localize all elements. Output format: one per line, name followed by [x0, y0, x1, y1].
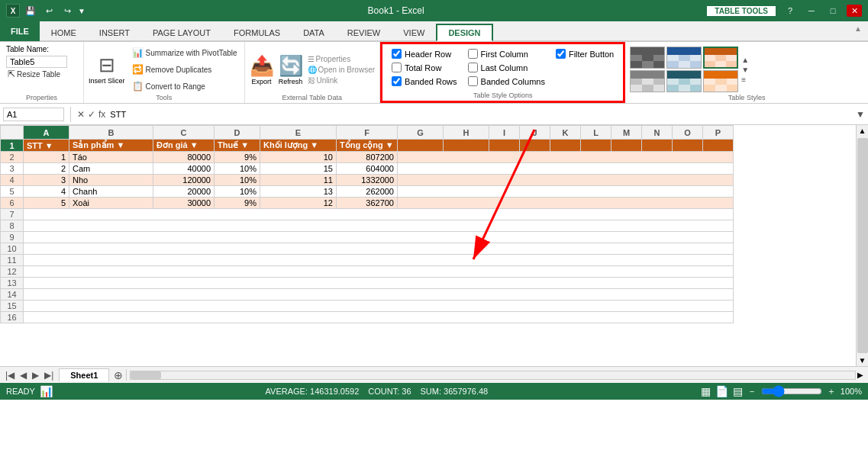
- help-button[interactable]: ?: [782, 5, 798, 17]
- page-break-preview-button[interactable]: ▤: [733, 385, 743, 397]
- sheet-tab-sheet1[interactable]: Sheet1: [59, 368, 109, 381]
- col-header-N[interactable]: N: [642, 126, 673, 140]
- tab-design[interactable]: DESIGN: [436, 24, 492, 41]
- style-swatch-orange2[interactable]: [703, 70, 738, 92]
- cell-C3[interactable]: 40000: [153, 163, 215, 175]
- cell-D3[interactable]: 10%: [215, 163, 260, 175]
- scroll-thumb[interactable]: [857, 138, 868, 353]
- cell-B4[interactable]: Nho: [69, 175, 153, 186]
- cell-G5-onward[interactable]: [398, 186, 734, 198]
- cell-E1[interactable]: Khối lượng ▼: [260, 140, 337, 152]
- cell-D1[interactable]: Thuế ▼: [215, 140, 260, 152]
- cell-C2[interactable]: 80000: [153, 152, 215, 163]
- tab-view[interactable]: VIEW: [392, 24, 436, 40]
- cell-A5[interactable]: 4: [24, 186, 69, 198]
- vertical-scrollbar[interactable]: ▲ ▼: [856, 125, 868, 366]
- redo-button[interactable]: ↪: [60, 5, 75, 17]
- styles-scroll-up[interactable]: ▲: [741, 56, 749, 64]
- formula-fx-button[interactable]: fx: [98, 109, 105, 120]
- tab-file[interactable]: FILE: [0, 21, 40, 41]
- page-layout-view-button[interactable]: 📄: [715, 385, 728, 397]
- formula-confirm-button[interactable]: ✓: [88, 109, 95, 120]
- cell-L1[interactable]: [581, 140, 611, 152]
- cell-A4[interactable]: 3: [24, 175, 69, 186]
- cell-C4[interactable]: 120000: [153, 175, 215, 186]
- total-row-checkbox[interactable]: [392, 63, 402, 72]
- cell-G4-onward[interactable]: [398, 175, 734, 186]
- cell-G1[interactable]: [398, 140, 444, 152]
- col-header-L[interactable]: L: [581, 126, 611, 140]
- col-header-K[interactable]: K: [550, 126, 581, 140]
- cell-H1[interactable]: [444, 140, 489, 152]
- minimize-button[interactable]: ─: [804, 5, 819, 17]
- status-icon1[interactable]: 📊: [40, 385, 53, 397]
- header-row-checkbox[interactable]: [392, 49, 402, 59]
- sheet-scroll-prev[interactable]: ◀: [18, 370, 29, 381]
- cell-A3[interactable]: 2: [24, 163, 69, 175]
- col-header-I[interactable]: I: [489, 126, 520, 140]
- cell-N1[interactable]: [642, 140, 673, 152]
- summarize-pivottable-button[interactable]: 📊 Summarize with PivotTable: [130, 46, 240, 59]
- horizontal-scroll-thumb[interactable]: [131, 371, 161, 379]
- col-header-C[interactable]: C: [153, 126, 215, 140]
- col-header-H[interactable]: H: [444, 126, 489, 140]
- cell-B6[interactable]: Xoài: [69, 198, 153, 209]
- resize-table-button[interactable]: ⇱ Resize Table: [6, 68, 77, 80]
- cell-C5[interactable]: 20000: [153, 186, 215, 198]
- cell-O1[interactable]: [673, 140, 703, 152]
- cell-D2[interactable]: 9%: [215, 152, 260, 163]
- col-header-J[interactable]: J: [520, 126, 550, 140]
- cell-P1[interactable]: [703, 140, 734, 152]
- tab-insert[interactable]: INSERT: [88, 24, 141, 40]
- first-column-checkbox[interactable]: [468, 49, 478, 59]
- cell-D5[interactable]: 10%: [215, 186, 260, 198]
- col-header-B[interactable]: B: [69, 126, 153, 140]
- cell-E5[interactable]: 13: [260, 186, 337, 198]
- zoom-out-button[interactable]: －: [747, 385, 757, 398]
- cell-C1[interactable]: Đơn giá ▼: [153, 140, 215, 152]
- add-sheet-button[interactable]: ⊕: [111, 369, 126, 381]
- col-header-F[interactable]: F: [337, 126, 398, 140]
- cell-E3[interactable]: 15: [260, 163, 337, 175]
- cell-G3-onward[interactable]: [398, 163, 734, 175]
- filter-button-checkbox[interactable]: [556, 49, 566, 59]
- col-header-D[interactable]: D: [215, 126, 260, 140]
- cell-K1[interactable]: [550, 140, 581, 152]
- table-name-input[interactable]: [6, 56, 67, 68]
- cell-F5[interactable]: 262000: [337, 186, 398, 198]
- tab-pagelayout[interactable]: PAGE LAYOUT: [141, 24, 222, 40]
- insert-slicer-btn[interactable]: ⊟ Insert Slicer: [89, 45, 125, 94]
- styles-scroll-down[interactable]: ▼: [741, 66, 749, 74]
- cell-B1[interactable]: Sản phẩm ▼: [69, 140, 153, 152]
- scroll-right-button[interactable]: ▶: [856, 369, 865, 381]
- styles-expand[interactable]: ≡: [741, 76, 749, 84]
- style-swatch-orange-active[interactable]: [703, 47, 738, 69]
- col-header-P[interactable]: P: [703, 126, 734, 140]
- style-swatch-dark[interactable]: [630, 47, 665, 69]
- tab-formulas[interactable]: FORMULAS: [222, 24, 292, 40]
- undo-button[interactable]: ↩: [41, 5, 56, 17]
- cell-B2[interactable]: Táo: [69, 152, 153, 163]
- ribbon-collapse-button[interactable]: ▲: [848, 21, 868, 40]
- cell-E2[interactable]: 10: [260, 152, 337, 163]
- banded-rows-checkbox[interactable]: [392, 76, 402, 86]
- cell-C6[interactable]: 30000: [153, 198, 215, 209]
- sheet-scroll-last[interactable]: ▶|: [42, 370, 56, 381]
- cell-E6[interactable]: 12: [260, 198, 337, 209]
- last-column-checkbox[interactable]: [468, 63, 478, 72]
- convert-to-range-button[interactable]: 📋 Convert to Range: [130, 79, 240, 93]
- sheet-area[interactable]: A B C D E F G H I J K L M N O: [0, 125, 856, 366]
- style-swatch-blue-dark[interactable]: [666, 47, 702, 69]
- banded-columns-checkbox[interactable]: [468, 76, 478, 86]
- col-header-O[interactable]: O: [673, 126, 703, 140]
- scroll-down-button[interactable]: ▼: [857, 355, 868, 366]
- restore-button[interactable]: □: [825, 5, 841, 17]
- sheet-scroll-first[interactable]: |◀: [3, 370, 17, 381]
- tab-home[interactable]: HOME: [40, 24, 88, 40]
- style-swatch-teal[interactable]: [666, 70, 702, 92]
- cell-I1[interactable]: [489, 140, 520, 152]
- scroll-up-button[interactable]: ▲: [857, 125, 868, 137]
- style-swatch-gray[interactable]: [630, 70, 665, 92]
- tab-data[interactable]: DATA: [292, 24, 336, 40]
- refresh-button[interactable]: 🔄 Refresh: [279, 54, 303, 85]
